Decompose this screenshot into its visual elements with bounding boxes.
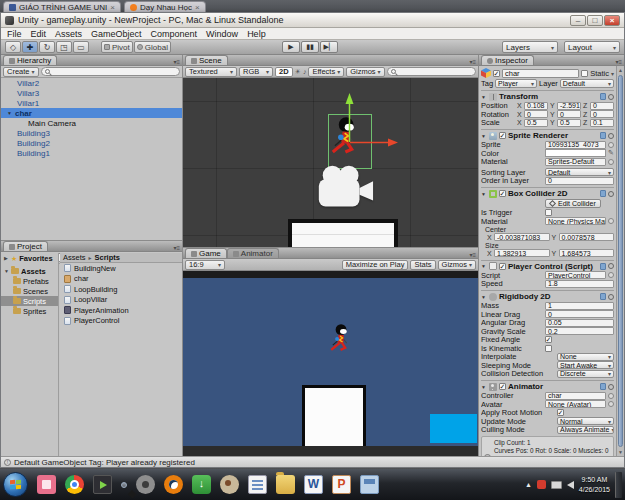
edit-collider-button[interactable]: Edit Collider xyxy=(545,199,601,208)
object-picker-icon[interactable] xyxy=(608,142,614,148)
word-icon[interactable]: W xyxy=(304,475,323,494)
2d-toggle-button[interactable]: 2D xyxy=(275,67,293,77)
culling-mode-dropdown[interactable]: Always Animate▾ xyxy=(557,426,614,434)
paint-app-icon[interactable] xyxy=(220,475,239,494)
hierarchy-item-villar3[interactable]: Villar3 xyxy=(1,88,182,98)
file-loopvillar[interactable]: LoopVillar xyxy=(60,295,182,306)
help-icon[interactable] xyxy=(600,93,606,100)
settings-gear-icon[interactable] xyxy=(608,191,614,197)
menu-window[interactable]: Window xyxy=(206,29,238,39)
game-gizmos-dropdown[interactable]: Gizmos▾ xyxy=(438,260,476,270)
scale-x-field[interactable]: 0.5 xyxy=(524,119,548,127)
panel-menu-icon[interactable]: ▾≡ xyxy=(613,58,624,65)
tree-item-assets[interactable]: ▼Assets xyxy=(1,266,58,276)
maximize-on-play-button[interactable]: Maximize on Play xyxy=(342,260,409,270)
lighting-toggle-icon[interactable]: ☀ xyxy=(295,68,301,76)
hierarchy-item-char-selected[interactable]: ▼char xyxy=(1,108,182,118)
foldout-icon[interactable]: ▼ xyxy=(481,263,487,269)
breadcrumb-current[interactable]: Scripts xyxy=(95,253,120,262)
file-playeranimation[interactable]: PlayerAnimation xyxy=(60,305,182,316)
static-dropdown-icon[interactable]: ▾ xyxy=(611,70,614,77)
foldout-icon[interactable]: ▼ xyxy=(7,110,12,116)
fixed-angle-checkbox[interactable] xyxy=(545,336,552,343)
foldout-icon[interactable]: ▼ xyxy=(481,384,487,390)
scene-search-input[interactable] xyxy=(387,67,476,76)
help-icon[interactable] xyxy=(600,263,606,270)
tab-scene[interactable]: Scene xyxy=(185,55,228,65)
close-button[interactable]: × xyxy=(604,15,620,26)
create-button[interactable]: Create▾ xyxy=(3,67,39,77)
update-mode-dropdown[interactable]: Normal▾ xyxy=(557,417,614,425)
controller-field[interactable]: char xyxy=(545,392,606,400)
tray-expand-icon[interactable]: ▲ xyxy=(525,481,532,488)
position-y-field[interactable]: -2.591 xyxy=(557,102,581,110)
foldout-icon[interactable]: ▼ xyxy=(481,133,487,139)
object-picker-icon[interactable] xyxy=(608,272,614,278)
angular-drag-field[interactable]: 0.05 xyxy=(545,319,614,327)
rotation-y-field[interactable]: 0 xyxy=(557,110,581,118)
component-enabled-checkbox[interactable] xyxy=(499,263,506,270)
volume-tray-icon[interactable] xyxy=(567,481,574,489)
hand-tool-button[interactable]: ◇ xyxy=(5,41,21,53)
menu-file[interactable]: File xyxy=(7,29,22,39)
global-toggle-button[interactable]: Global xyxy=(134,41,171,53)
object-picker-icon[interactable] xyxy=(608,401,614,407)
menu-edit[interactable]: Edit xyxy=(31,29,47,39)
shading-mode-dropdown[interactable]: Textured▾ xyxy=(185,67,237,77)
media-player-icon[interactable] xyxy=(93,475,112,494)
panel-menu-icon[interactable]: ▾≡ xyxy=(467,58,478,65)
sorting-layer-dropdown[interactable]: Default▾ xyxy=(545,168,614,176)
file-playercontrol[interactable]: PlayerControl xyxy=(60,316,182,327)
file-buildingnew[interactable]: BuildingNew xyxy=(60,263,182,274)
scale-z-field[interactable]: 0.1 xyxy=(590,119,614,127)
settings-gear-icon[interactable] xyxy=(608,133,614,139)
powerpoint-icon[interactable]: P xyxy=(332,475,351,494)
scale-tool-button[interactable]: ◳ xyxy=(56,41,72,53)
effects-dropdown[interactable]: Effects▾ xyxy=(308,67,344,77)
settings-gear-icon[interactable] xyxy=(608,94,614,100)
gizmos-dropdown[interactable]: Gizmos▾ xyxy=(346,67,384,77)
foldout-icon[interactable]: ▼ xyxy=(481,191,487,197)
building-sprite[interactable] xyxy=(288,219,398,247)
is-kinematic-checkbox[interactable] xyxy=(545,345,552,352)
maximize-button[interactable]: □ xyxy=(587,15,603,26)
aspect-ratio-dropdown[interactable]: 16:9▾ xyxy=(185,260,225,270)
menu-gameobject[interactable]: GameObject xyxy=(91,29,142,39)
hierarchy-item-building1[interactable]: Building1 xyxy=(1,148,182,158)
layer-dropdown[interactable]: Default▾ xyxy=(560,79,614,88)
game-viewport[interactable] xyxy=(183,271,478,456)
panel-menu-icon[interactable]: ▾≡ xyxy=(171,244,182,251)
sprite-field[interactable]: 10993135_4073 xyxy=(545,141,606,149)
hierarchy-item-building3[interactable]: Building3 xyxy=(1,128,182,138)
tree-item-prefabs[interactable]: Prefabs xyxy=(1,276,58,286)
material-field[interactable]: Sprites-Default xyxy=(545,158,606,166)
hierarchy-item-villar2[interactable]: Villar2 xyxy=(1,78,182,88)
foldout-icon[interactable]: ▼ xyxy=(481,294,487,300)
unity-taskbar-button-active[interactable] xyxy=(121,482,127,488)
file-char-controller[interactable]: char xyxy=(60,274,182,285)
position-x-field[interactable]: 0.108 xyxy=(524,102,548,110)
character-sprite[interactable] xyxy=(330,117,358,159)
rotation-x-field[interactable]: 0 xyxy=(524,110,548,118)
play-button[interactable]: ▶ xyxy=(282,41,300,53)
stats-button[interactable]: Stats xyxy=(410,260,435,270)
tag-dropdown[interactable]: Player▾ xyxy=(495,79,537,88)
rotation-z-field[interactable]: 0 xyxy=(590,110,614,118)
tree-item-favorites[interactable]: ▶★Favorites xyxy=(1,253,58,263)
help-icon[interactable] xyxy=(600,190,606,197)
tab-close-icon[interactable]: × xyxy=(110,4,115,12)
layout-dropdown[interactable]: Layout▾ xyxy=(564,41,620,53)
object-picker-icon[interactable] xyxy=(608,393,614,399)
position-z-field[interactable]: 0 xyxy=(590,102,614,110)
menu-assets[interactable]: Assets xyxy=(55,29,82,39)
eyedropper-icon[interactable]: ✎ xyxy=(608,149,614,157)
hierarchy-item-building2[interactable]: Building2 xyxy=(1,138,182,148)
screen-recorder-icon[interactable] xyxy=(136,475,155,494)
settings-gear-icon[interactable] xyxy=(608,263,614,269)
collision-detection-dropdown[interactable]: Discrete▾ xyxy=(557,370,614,378)
hierarchy-item-villar1[interactable]: Villar1 xyxy=(1,98,182,108)
idm-download-icon[interactable]: ↓ xyxy=(192,475,211,494)
foldout-icon[interactable]: ▼ xyxy=(481,94,487,100)
size-x-field[interactable]: 1.382913 xyxy=(494,249,550,257)
static-checkbox[interactable] xyxy=(581,70,588,77)
